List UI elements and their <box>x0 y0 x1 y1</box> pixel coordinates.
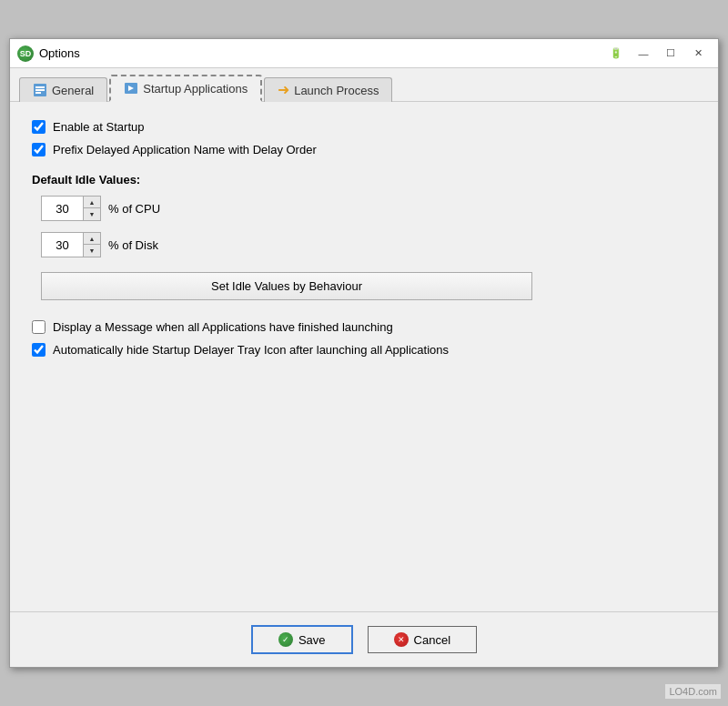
tab-content: Enable at Startup Prefix Delayed Applica… <box>10 102 718 611</box>
disk-spinner-buttons: ▲ ▼ <box>83 233 100 257</box>
cpu-unit: % of CPU <box>108 202 160 216</box>
battery-indicator: 🔋 <box>603 45 629 63</box>
prefix-delay-checkbox[interactable] <box>32 143 46 156</box>
display-message-label: Display a Message when all Applications … <box>53 320 393 334</box>
tab-startup[interactable]: Startup Applications <box>109 75 262 102</box>
footer: ✓ Save ✕ Cancel <box>10 611 718 667</box>
tab-general[interactable]: General <box>19 77 107 102</box>
window-title: Options <box>39 46 80 60</box>
svg-rect-2 <box>35 89 45 91</box>
auto-hide-label: Automatically hide Startup Delayer Tray … <box>53 343 449 357</box>
watermark: LO4D.com <box>665 684 721 699</box>
auto-hide-row: Automatically hide Startup Delayer Tray … <box>32 343 696 357</box>
enable-startup-row: Enable at Startup <box>32 120 696 134</box>
cancel-label: Cancel <box>414 633 450 647</box>
main-window: SD Options 🔋 — ☐ ✕ <box>9 38 719 668</box>
disk-spinner-row: ▲ ▼ % of Disk <box>41 232 696 257</box>
save-icon: ✓ <box>278 632 293 647</box>
titlebar-controls: 🔋 — ☐ ✕ <box>603 45 711 63</box>
disk-input[interactable] <box>42 233 83 257</box>
cancel-icon: ✕ <box>394 632 409 647</box>
general-icon <box>33 83 47 97</box>
tab-startup-label: Startup Applications <box>143 82 248 96</box>
set-idle-values-button[interactable]: Set Idle Values by Behaviour <box>41 272 532 300</box>
disk-spinner: ▲ ▼ <box>41 232 101 257</box>
titlebar-left: SD Options <box>17 45 80 62</box>
svg-rect-3 <box>35 92 41 94</box>
disk-decrement-button[interactable]: ▼ <box>84 245 100 257</box>
svg-rect-1 <box>35 86 45 88</box>
prefix-delay-row: Prefix Delayed Application Name with Del… <box>32 143 696 156</box>
tab-general-label: General <box>52 84 94 97</box>
minimize-button[interactable]: — <box>631 45 656 63</box>
cpu-spinner-row: ▲ ▼ % of CPU <box>41 196 696 221</box>
launch-icon: ➜ <box>278 83 289 97</box>
app-icon: SD <box>17 45 34 62</box>
startup-icon <box>124 81 138 96</box>
close-button[interactable]: ✕ <box>685 45 711 63</box>
auto-hide-checkbox[interactable] <box>32 343 46 357</box>
save-label: Save <box>298 633 326 647</box>
enable-startup-checkbox[interactable] <box>32 120 46 134</box>
tab-bar: General Startup Applications ➜ Launch Pr… <box>10 68 718 102</box>
cpu-input[interactable] <box>42 197 83 220</box>
cancel-button[interactable]: ✕ Cancel <box>368 626 477 653</box>
cpu-spinner: ▲ ▼ <box>41 196 101 221</box>
prefix-delay-label: Prefix Delayed Application Name with Del… <box>53 143 317 156</box>
maximize-button[interactable]: ☐ <box>658 45 683 63</box>
display-message-row: Display a Message when all Applications … <box>32 320 696 334</box>
save-button[interactable]: ✓ Save <box>251 625 353 654</box>
enable-startup-label: Enable at Startup <box>53 120 144 134</box>
titlebar: SD Options 🔋 — ☐ ✕ <box>10 39 718 68</box>
display-message-checkbox[interactable] <box>32 320 46 334</box>
disk-increment-button[interactable]: ▲ <box>84 233 100 245</box>
default-idle-label: Default Idle Values: <box>32 173 696 187</box>
tab-launch-label: Launch Process <box>294 84 379 97</box>
cpu-decrement-button[interactable]: ▼ <box>84 208 100 220</box>
cpu-spinner-buttons: ▲ ▼ <box>83 197 100 220</box>
disk-unit: % of Disk <box>108 238 158 252</box>
cpu-increment-button[interactable]: ▲ <box>84 197 100 208</box>
tab-launch[interactable]: ➜ Launch Process <box>264 77 392 102</box>
